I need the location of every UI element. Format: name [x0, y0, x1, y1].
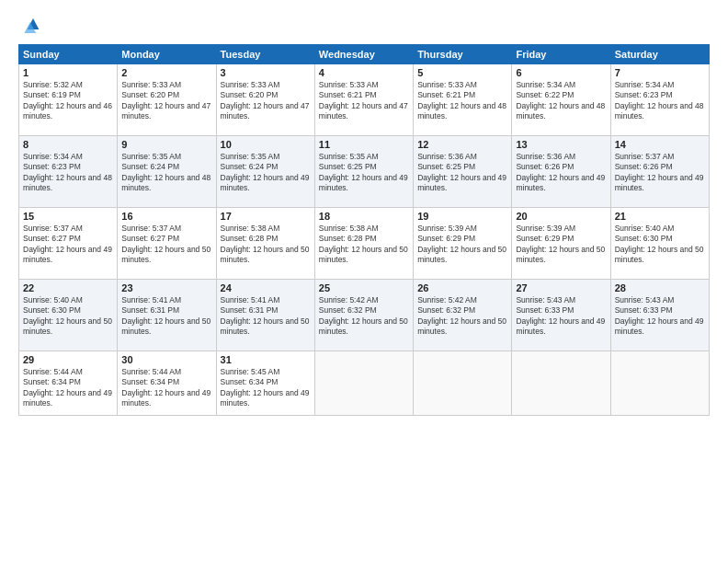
day-info: Sunrise: 5:45 AMSunset: 6:34 PMDaylight:…: [221, 367, 310, 408]
day-info: Sunrise: 5:33 AMSunset: 6:20 PMDaylight:…: [121, 80, 210, 121]
calendar-cell: 20 Sunrise: 5:39 AMSunset: 6:29 PMDaylig…: [512, 208, 610, 280]
day-info: Sunrise: 5:36 AMSunset: 6:26 PMDaylight:…: [516, 152, 605, 192]
calendar-cell: 25 Sunrise: 5:42 AMSunset: 6:32 PMDaylig…: [314, 280, 413, 351]
calendar-header-saturday: Saturday: [610, 45, 709, 64]
calendar-cell: 31 Sunrise: 5:45 AMSunset: 6:34 PMDaylig…: [216, 351, 314, 416]
calendar-cell: 19 Sunrise: 5:39 AMSunset: 6:29 PMDaylig…: [414, 208, 512, 280]
day-info: Sunrise: 5:35 AMSunset: 6:25 PMDaylight:…: [319, 152, 408, 192]
day-number: 31: [221, 354, 311, 365]
day-info: Sunrise: 5:43 AMSunset: 6:33 PMDaylight:…: [516, 295, 605, 336]
calendar-header-friday: Friday: [512, 45, 610, 64]
calendar-table: SundayMondayTuesdayWednesdayThursdayFrid…: [18, 44, 710, 416]
day-number: 21: [615, 211, 705, 222]
calendar-cell: 13 Sunrise: 5:36 AMSunset: 6:26 PMDaylig…: [512, 136, 610, 208]
calendar-week-4: 22 Sunrise: 5:40 AMSunset: 6:30 PMDaylig…: [19, 280, 710, 351]
calendar-header-sunday: Sunday: [19, 45, 118, 64]
day-number: 7: [615, 67, 705, 78]
day-number: 9: [121, 139, 211, 150]
calendar-week-1: 1 Sunrise: 5:32 AMSunset: 6:19 PMDayligh…: [19, 64, 710, 136]
day-number: 1: [23, 67, 113, 78]
calendar-cell: 27 Sunrise: 5:43 AMSunset: 6:33 PMDaylig…: [512, 280, 610, 351]
day-number: 24: [221, 282, 311, 293]
calendar-cell: [512, 351, 610, 416]
calendar-cell: [610, 351, 709, 416]
day-info: Sunrise: 5:39 AMSunset: 6:29 PMDaylight:…: [516, 224, 605, 264]
day-number: 28: [615, 282, 705, 293]
calendar-header-monday: Monday: [118, 45, 216, 64]
calendar-cell: 22 Sunrise: 5:40 AMSunset: 6:30 PMDaylig…: [19, 280, 118, 351]
day-number: 22: [23, 282, 113, 293]
calendar-cell: 3 Sunrise: 5:33 AMSunset: 6:20 PMDayligh…: [216, 64, 314, 136]
day-info: Sunrise: 5:42 AMSunset: 6:32 PMDaylight:…: [417, 295, 506, 336]
day-number: 6: [516, 67, 606, 78]
day-info: Sunrise: 5:33 AMSunset: 6:21 PMDaylight:…: [417, 80, 506, 121]
calendar-cell: 24 Sunrise: 5:41 AMSunset: 6:31 PMDaylig…: [216, 280, 314, 351]
calendar-cell: 10 Sunrise: 5:35 AMSunset: 6:24 PMDaylig…: [216, 136, 314, 208]
day-number: 16: [121, 211, 211, 222]
logo-icon: [18, 15, 40, 37]
day-info: Sunrise: 5:36 AMSunset: 6:25 PMDaylight:…: [417, 152, 506, 192]
calendar-week-3: 15 Sunrise: 5:37 AMSunset: 6:27 PMDaylig…: [19, 208, 710, 280]
calendar-cell: 1 Sunrise: 5:32 AMSunset: 6:19 PMDayligh…: [19, 64, 118, 136]
calendar-week-5: 29 Sunrise: 5:44 AMSunset: 6:34 PMDaylig…: [19, 351, 710, 416]
header: [18, 15, 710, 37]
day-info: Sunrise: 5:38 AMSunset: 6:28 PMDaylight:…: [319, 224, 408, 264]
day-number: 4: [319, 67, 409, 78]
day-info: Sunrise: 5:32 AMSunset: 6:19 PMDaylight:…: [23, 80, 112, 121]
day-number: 20: [516, 211, 606, 222]
day-number: 26: [417, 282, 507, 293]
calendar-cell: 2 Sunrise: 5:33 AMSunset: 6:20 PMDayligh…: [118, 64, 216, 136]
calendar-cell: 7 Sunrise: 5:34 AMSunset: 6:23 PMDayligh…: [610, 64, 709, 136]
calendar-cell: 30 Sunrise: 5:44 AMSunset: 6:34 PMDaylig…: [118, 351, 216, 416]
day-info: Sunrise: 5:34 AMSunset: 6:23 PMDaylight:…: [615, 80, 704, 121]
calendar-cell: 16 Sunrise: 5:37 AMSunset: 6:27 PMDaylig…: [118, 208, 216, 280]
day-number: 25: [319, 282, 409, 293]
day-number: 5: [417, 67, 507, 78]
day-info: Sunrise: 5:40 AMSunset: 6:30 PMDaylight:…: [23, 295, 112, 336]
calendar-cell: 15 Sunrise: 5:37 AMSunset: 6:27 PMDaylig…: [19, 208, 118, 280]
day-number: 17: [221, 211, 311, 222]
calendar-cell: 28 Sunrise: 5:43 AMSunset: 6:33 PMDaylig…: [610, 280, 709, 351]
calendar-cell: 12 Sunrise: 5:36 AMSunset: 6:25 PMDaylig…: [414, 136, 512, 208]
day-info: Sunrise: 5:34 AMSunset: 6:23 PMDaylight:…: [23, 152, 112, 192]
day-info: Sunrise: 5:37 AMSunset: 6:27 PMDaylight:…: [121, 224, 210, 264]
day-number: 10: [221, 139, 311, 150]
day-number: 19: [417, 211, 507, 222]
day-number: 30: [121, 354, 211, 365]
day-number: 14: [615, 139, 705, 150]
day-number: 3: [221, 67, 311, 78]
day-info: Sunrise: 5:41 AMSunset: 6:31 PMDaylight:…: [221, 295, 310, 336]
day-number: 12: [417, 139, 507, 150]
day-number: 15: [23, 211, 113, 222]
day-info: Sunrise: 5:41 AMSunset: 6:31 PMDaylight:…: [121, 295, 210, 336]
calendar-cell: 26 Sunrise: 5:42 AMSunset: 6:32 PMDaylig…: [414, 280, 512, 351]
calendar-cell: 8 Sunrise: 5:34 AMSunset: 6:23 PMDayligh…: [19, 136, 118, 208]
page: SundayMondayTuesdayWednesdayThursdayFrid…: [0, 0, 728, 563]
day-number: 23: [121, 282, 211, 293]
calendar-cell: 18 Sunrise: 5:38 AMSunset: 6:28 PMDaylig…: [314, 208, 413, 280]
calendar-header-tuesday: Tuesday: [216, 45, 314, 64]
day-number: 13: [516, 139, 606, 150]
day-info: Sunrise: 5:43 AMSunset: 6:33 PMDaylight:…: [615, 295, 704, 336]
calendar-header-row: SundayMondayTuesdayWednesdayThursdayFrid…: [19, 45, 710, 64]
day-info: Sunrise: 5:37 AMSunset: 6:26 PMDaylight:…: [615, 152, 704, 192]
calendar-week-2: 8 Sunrise: 5:34 AMSunset: 6:23 PMDayligh…: [19, 136, 710, 208]
logo: [18, 15, 44, 37]
day-number: 8: [23, 139, 113, 150]
day-info: Sunrise: 5:44 AMSunset: 6:34 PMDaylight:…: [121, 367, 210, 408]
calendar-cell: 23 Sunrise: 5:41 AMSunset: 6:31 PMDaylig…: [118, 280, 216, 351]
calendar-cell: 6 Sunrise: 5:34 AMSunset: 6:22 PMDayligh…: [512, 64, 610, 136]
calendar-cell: 29 Sunrise: 5:44 AMSunset: 6:34 PMDaylig…: [19, 351, 118, 416]
day-number: 11: [319, 139, 409, 150]
day-number: 29: [23, 354, 113, 365]
day-number: 27: [516, 282, 606, 293]
day-info: Sunrise: 5:35 AMSunset: 6:24 PMDaylight:…: [221, 152, 310, 192]
day-info: Sunrise: 5:37 AMSunset: 6:27 PMDaylight:…: [23, 224, 112, 264]
day-number: 2: [121, 67, 211, 78]
day-info: Sunrise: 5:35 AMSunset: 6:24 PMDaylight:…: [121, 152, 210, 192]
calendar-cell: 9 Sunrise: 5:35 AMSunset: 6:24 PMDayligh…: [118, 136, 216, 208]
day-info: Sunrise: 5:33 AMSunset: 6:20 PMDaylight:…: [221, 80, 310, 121]
day-info: Sunrise: 5:42 AMSunset: 6:32 PMDaylight:…: [319, 295, 408, 336]
day-number: 18: [319, 211, 409, 222]
calendar-header-wednesday: Wednesday: [314, 45, 413, 64]
